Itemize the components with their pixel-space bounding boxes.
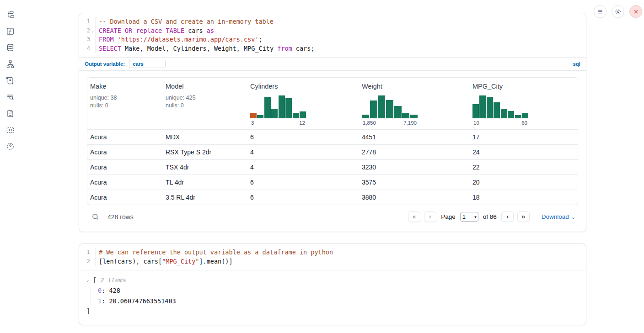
table-row[interactable]: AcuraTL 4dr6357520	[87, 174, 578, 190]
table-cell: 20	[470, 179, 578, 186]
table-cell: 17	[470, 133, 578, 141]
histogram-bar	[386, 100, 393, 118]
histogram-bar	[394, 106, 402, 118]
collapse-chevron-icon[interactable]: ⌄	[86, 278, 93, 282]
table-cell: 2778	[359, 148, 470, 156]
column-histogram: 1,8507,190	[362, 95, 418, 126]
snippets-code-icon[interactable]	[5, 125, 15, 134]
histogram-min-label: 3	[251, 120, 254, 126]
table-cell: TSX 4dr	[163, 164, 247, 171]
code-token: cars;	[292, 45, 315, 52]
code-token: from	[277, 45, 292, 52]
language-badge: sql	[573, 61, 580, 67]
open-bracket: [	[93, 276, 97, 284]
column-stats: unique: 38nulls: 0	[90, 94, 161, 110]
line-gutter: 2⌄	[79, 26, 96, 36]
last-page-button[interactable]: »	[517, 211, 530, 222]
code-text[interactable]: SELECT Make, Model, Cylinders, Weight, M…	[96, 44, 314, 53]
histogram-bar	[494, 102, 500, 118]
python-output-area: ⌄ [ 2 Items 0: 4281: 20.060747663551403 …	[79, 270, 586, 320]
line-number: 2	[87, 257, 90, 266]
line-number: 1	[87, 17, 90, 26]
code-line: 2[len(cars), cars["MPG_City"].mean()]	[79, 257, 586, 266]
histogram-bar	[250, 113, 257, 118]
python-cell: 1# We can reference the output variable …	[79, 243, 586, 325]
histogram-bar	[300, 111, 306, 118]
table-cell: 6	[247, 133, 359, 141]
close-button[interactable]	[629, 5, 642, 18]
column-stats: unique: 425nulls: 0	[166, 94, 246, 110]
sql-code-editor[interactable]: 1-- Download a CSV and create an in-memo…	[79, 13, 586, 57]
database-icon[interactable]	[5, 43, 15, 52]
code-token: CREATE	[99, 27, 121, 34]
download-button[interactable]: Download ⌄	[542, 213, 575, 220]
help-icon[interactable]	[5, 142, 15, 151]
menu-button[interactable]	[594, 5, 606, 18]
document-icon[interactable]	[5, 109, 15, 118]
code-line: 4SELECT Make, Model, Cylinders, Weight, …	[79, 44, 586, 53]
column-header: Weight1,8507,190	[359, 78, 470, 129]
code-line: 1-- Download a CSV and create an in-memo…	[79, 17, 586, 26]
code-text[interactable]: [len(cars), cars["MPG_City"].mean()]	[96, 257, 233, 266]
histogram-bar	[271, 109, 278, 118]
settings-gear-button[interactable]	[612, 5, 624, 18]
column-header: MPG_City1060	[470, 78, 578, 129]
histogram-bar	[378, 95, 385, 118]
page-select[interactable]: 1	[460, 212, 478, 222]
code-token: ].mean()]	[199, 258, 232, 265]
line-number: 2	[87, 26, 90, 36]
dependency-graph-icon[interactable]	[5, 59, 15, 69]
prev-page-button[interactable]: ‹	[424, 211, 436, 222]
code-text[interactable]: -- Download a CSV and create an in-memor…	[96, 17, 274, 26]
code-token: -- Download a CSV and create an in-memor…	[99, 18, 274, 25]
column-header: Makeunique: 38nulls: 0	[87, 78, 163, 129]
column-stat: nulls: 0	[166, 102, 246, 110]
table-cell: 24	[470, 148, 578, 156]
table-cell: 3575	[359, 179, 470, 186]
column-header: Cylinders312	[247, 78, 359, 129]
search-list-icon[interactable]	[5, 92, 15, 101]
code-text[interactable]: # We can reference the output variable a…	[96, 248, 333, 257]
table-row[interactable]: AcuraTSX 4dr4323022	[87, 159, 578, 174]
helper-sidebar	[0, 0, 20, 333]
first-page-button[interactable]: «	[408, 211, 420, 222]
list-tree-header: ⌄ [ 2 Items	[86, 276, 579, 284]
histogram-max-label: 60	[521, 120, 527, 126]
histogram-bar	[264, 97, 271, 118]
table-header: Makeunique: 38nulls: 0Modelunique: 425nu…	[87, 78, 578, 129]
next-page-button[interactable]: ›	[501, 211, 514, 222]
code-token: SELECT	[99, 45, 121, 52]
python-code-editor[interactable]: 1# We can reference the output variable …	[79, 244, 586, 270]
table-row[interactable]: AcuraRSX Type S 2dr4277824	[87, 144, 578, 159]
column-stat: unique: 425	[166, 94, 246, 102]
file-tree-icon[interactable]	[5, 10, 15, 19]
fold-chevron-icon[interactable]: ⌄	[90, 26, 95, 36]
item-value: 20.060747663551403	[109, 297, 176, 305]
table-row[interactable]: Acura3.5 RL 4dr6388018	[87, 190, 578, 205]
code-token: # We can reference the output variable a…	[99, 248, 333, 256]
code-token: as	[207, 27, 214, 34]
line-gutter: 2	[79, 257, 96, 266]
histogram-bar	[515, 115, 521, 118]
functions-icon[interactable]	[5, 26, 15, 36]
code-line: 3FROM 'https://datasets.marimo.app/cars.…	[79, 35, 586, 44]
table-cell: 4	[247, 148, 359, 156]
table-cell: 4	[247, 164, 359, 171]
histogram-bar	[479, 95, 486, 118]
list-item: 1: 20.060747663551403	[98, 297, 579, 305]
code-token	[121, 27, 125, 34]
logs-scroll-icon[interactable]	[5, 76, 15, 85]
histogram-axis-labels: 1060	[472, 120, 528, 126]
output-variable-input[interactable]	[129, 60, 166, 68]
code-token	[114, 36, 118, 43]
code-text[interactable]: FROM 'https://datasets.marimo.app/cars.c…	[96, 35, 263, 44]
code-line: 2⌄CREATE OR replace TABLE cars as	[79, 26, 586, 36]
code-text[interactable]: CREATE OR replace TABLE cars as	[96, 26, 214, 36]
histogram-bars	[250, 95, 306, 118]
table-row[interactable]: AcuraMDX6445117	[87, 129, 578, 144]
search-icon[interactable]	[91, 213, 100, 221]
histogram-bar	[257, 115, 263, 118]
item-separator: :	[102, 297, 109, 305]
column-header: Modelunique: 425nulls: 0	[163, 78, 247, 129]
list-item: 0: 428	[98, 287, 579, 294]
